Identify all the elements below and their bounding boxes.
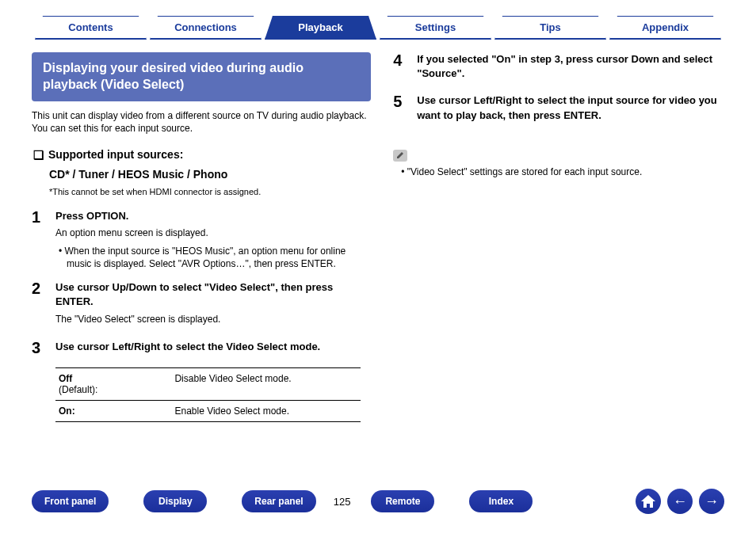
lead-text: This unit can display video from a diffe… (32, 109, 371, 136)
step-4: 4 If you selected "On" in step 3, press … (393, 52, 719, 84)
option-desc: Disable Video Select mode. (171, 367, 361, 400)
option-sub: (Default): (59, 384, 97, 395)
step-number: 3 (32, 340, 46, 357)
step-desc: An option menu screen is displayed. (55, 227, 371, 240)
options-table: Off (Default): Disable Video Select mode… (55, 367, 361, 422)
step-title: Press OPTION. (55, 209, 371, 223)
page-number: 125 (334, 496, 351, 508)
step-title: If you selected "On" in step 3, press cu… (417, 52, 719, 81)
option-key: Off (59, 373, 72, 384)
supported-heading: Supported input sources: (48, 147, 183, 165)
tab-connections[interactable]: Connections (150, 16, 262, 40)
tab-contents[interactable]: Contents (35, 16, 147, 40)
table-row: On: Enable Video Select mode. (55, 400, 361, 421)
footnote: *This cannot be set when HDMI connector … (32, 187, 371, 196)
table-row: Off (Default): Disable Video Select mode… (55, 367, 361, 400)
note-text: "Video Select" settings are stored for e… (393, 166, 719, 177)
step-number: 4 (393, 52, 407, 84)
tab-settings[interactable]: Settings (380, 16, 491, 40)
step-desc: The "Video Select" screen is displayed. (55, 313, 371, 326)
step-number: 2 (32, 280, 46, 330)
tab-playback[interactable]: Playback (265, 16, 376, 40)
step-number: 1 (32, 209, 46, 272)
option-key: On: (55, 400, 171, 421)
index-button[interactable]: Index (469, 490, 533, 512)
home-icon[interactable] (636, 489, 661, 514)
top-tabs: Contents Connections Playback Settings T… (32, 16, 724, 40)
bottom-nav: Front panel Display Rear panel 125 Remot… (32, 489, 724, 514)
supported-sources: CD* / Tuner / HEOS Music / Phono (32, 168, 371, 181)
step-title: Use cursor Up/Down to select "Video Sele… (55, 280, 371, 309)
step-number: 5 (393, 93, 407, 125)
step-bullet: When the input source is "HEOS Music", a… (55, 245, 371, 272)
step-5: 5 Use cursor Left/Right to select the in… (393, 93, 719, 125)
tab-tips[interactable]: Tips (494, 16, 606, 40)
front-panel-button[interactable]: Front panel (32, 490, 109, 512)
checkbox-icon: ❏ (33, 147, 44, 165)
section-title: Displaying your desired video during aud… (32, 52, 371, 101)
step-3: 3 Use cursor Left/Right to select the Vi… (32, 340, 371, 357)
rear-panel-button[interactable]: Rear panel (242, 490, 315, 512)
step-title: Use cursor Left/Right to select the Vide… (55, 340, 371, 354)
remote-button[interactable]: Remote (371, 490, 434, 512)
next-page-icon[interactable]: → (699, 489, 724, 514)
step-2: 2 Use cursor Up/Down to select "Video Se… (32, 280, 371, 330)
step-1: 1 Press OPTION. An option menu screen is… (32, 209, 371, 272)
tab-appendix[interactable]: Appendix (609, 16, 721, 40)
display-button[interactable]: Display (143, 490, 207, 512)
step-title: Use cursor Left/Right to select the inpu… (417, 93, 719, 122)
option-desc: Enable Video Select mode. (171, 400, 361, 421)
pencil-note-icon (393, 150, 407, 162)
prev-page-icon[interactable]: ← (667, 489, 693, 514)
